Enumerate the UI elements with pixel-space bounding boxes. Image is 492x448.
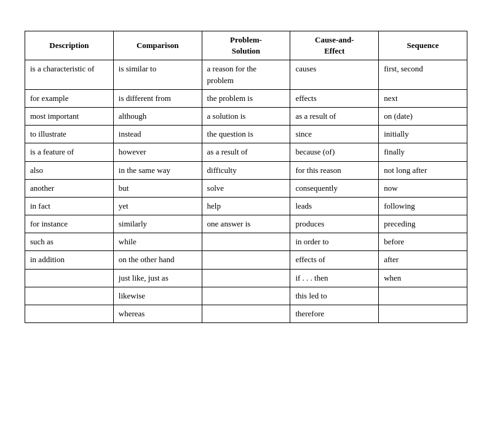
header-sequence: Sequence <box>379 31 467 60</box>
table-cell: however <box>113 143 202 161</box>
table-cell: after <box>379 251 467 269</box>
table-cell: most important <box>25 107 114 125</box>
table-cell: leads <box>290 197 379 215</box>
table-cell: before <box>379 233 467 251</box>
table-cell: finally <box>379 143 467 161</box>
table-cell <box>202 287 290 305</box>
table-row: likewisethis led to <box>25 287 467 305</box>
table-cell: in order to <box>290 233 379 251</box>
table-header-row: Description Comparison Problem- Solution… <box>25 31 467 60</box>
table-cell <box>202 251 290 269</box>
table-cell: the question is <box>202 126 290 143</box>
table-cell: as a result of <box>290 107 379 125</box>
table-cell: solve <box>202 179 290 197</box>
table-cell: help <box>202 197 290 215</box>
table-cell: effects of <box>290 251 379 269</box>
header-cause-effect: Cause-and- Effect <box>290 31 379 60</box>
table-cell: is a characteristic of <box>25 60 114 89</box>
header-description: Description <box>25 31 114 60</box>
table-cell: likewise <box>113 287 202 305</box>
table-cell <box>379 305 467 323</box>
table-cell: on the other hand <box>113 251 202 269</box>
table-cell: also <box>25 161 114 179</box>
table-cell: a reason for the problem <box>202 60 290 89</box>
header-problem-solution: Problem- Solution <box>202 31 290 60</box>
table-cell: while <box>113 233 202 251</box>
table-cell: consequently <box>290 179 379 197</box>
table-cell <box>379 287 467 305</box>
table-cell: is a feature of <box>25 143 114 161</box>
table-cell: just like, just as <box>113 269 202 287</box>
table-cell: a solution is <box>202 107 290 125</box>
table-cell: since <box>290 126 379 143</box>
table-cell: causes <box>290 60 379 89</box>
table-row: most importantalthougha solution isas a … <box>25 107 467 125</box>
table-cell: in the same way <box>113 161 202 179</box>
table-cell: one answer is <box>202 215 290 233</box>
table-cell: produces <box>290 215 379 233</box>
table-cell: if . . . then <box>290 269 379 287</box>
table-cell: the problem is <box>202 89 290 107</box>
table-cell: another <box>25 179 114 197</box>
table-row: for instancesimilarlyone answer isproduc… <box>25 215 467 233</box>
header-comparison: Comparison <box>113 31 202 60</box>
table-cell: this led to <box>290 287 379 305</box>
table-row: is a characteristic ofis similar toa rea… <box>25 60 467 89</box>
table-cell: in addition <box>25 251 114 269</box>
table-cell: on (date) <box>379 107 467 125</box>
table-row: to illustrateinsteadthe question issince… <box>25 126 467 143</box>
table-cell: effects <box>290 89 379 107</box>
table-cell: similarly <box>113 215 202 233</box>
table-cell: in fact <box>25 197 114 215</box>
table-row: in additionon the other handeffects ofaf… <box>25 251 467 269</box>
table-cell: therefore <box>290 305 379 323</box>
table-cell <box>202 233 290 251</box>
table-cell: although <box>113 107 202 125</box>
table-row: anotherbutsolveconsequentlynow <box>25 179 467 197</box>
table-cell: but <box>113 179 202 197</box>
table-row: for exampleis different fromthe problem … <box>25 89 467 107</box>
table-cell: now <box>379 179 467 197</box>
table-cell: because (of) <box>290 143 379 161</box>
table-row: just like, just asif . . . thenwhen <box>25 269 467 287</box>
table-cell: as a result of <box>202 143 290 161</box>
table-cell: preceding <box>379 215 467 233</box>
table-cell: whereas <box>113 305 202 323</box>
table-row: whereastherefore <box>25 305 467 323</box>
table-row: in factyethelpleadsfollowing <box>25 197 467 215</box>
table-cell: to illustrate <box>25 126 114 143</box>
signal-words-table: Description Comparison Problem- Solution… <box>25 31 467 323</box>
table-cell: for instance <box>25 215 114 233</box>
table-cell: is different from <box>113 89 202 107</box>
table-cell <box>25 287 114 305</box>
table-cell: when <box>379 269 467 287</box>
table-cell: difficulty <box>202 161 290 179</box>
table-cell <box>202 269 290 287</box>
table-cell: yet <box>113 197 202 215</box>
table-cell: first, second <box>379 60 467 89</box>
table-cell <box>202 305 290 323</box>
table-row: is a feature ofhoweveras a result ofbeca… <box>25 143 467 161</box>
table-row: such aswhilein order tobefore <box>25 233 467 251</box>
table-cell: is similar to <box>113 60 202 89</box>
table-cell: for this reason <box>290 161 379 179</box>
table-cell: instead <box>113 126 202 143</box>
table-cell <box>25 269 114 287</box>
table-row: alsoin the same waydifficultyfor this re… <box>25 161 467 179</box>
table-cell: initially <box>379 126 467 143</box>
table-cell: not long after <box>379 161 467 179</box>
table-cell <box>25 305 114 323</box>
table-cell: for example <box>25 89 114 107</box>
table-cell: following <box>379 197 467 215</box>
table-cell: next <box>379 89 467 107</box>
table-cell: such as <box>25 233 114 251</box>
